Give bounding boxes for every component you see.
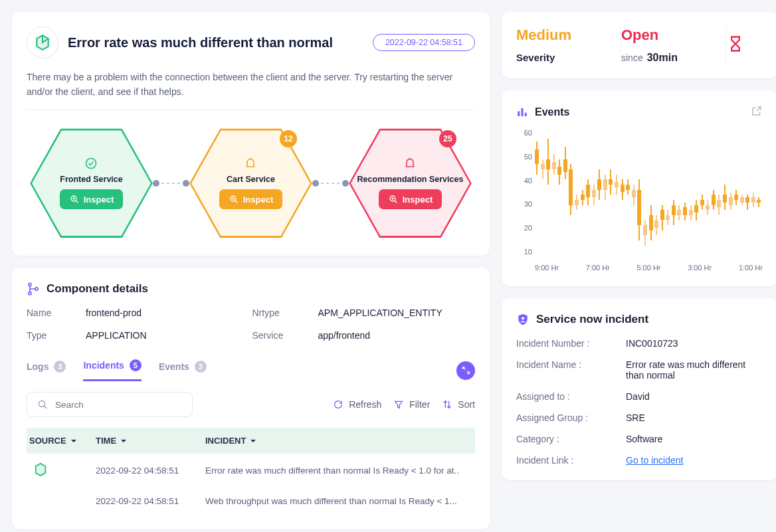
source-icon — [33, 462, 48, 477]
th-incident[interactable]: INCIDENT — [203, 436, 475, 446]
svg-rect-10 — [525, 113, 527, 116]
popout-button[interactable] — [751, 105, 763, 120]
candle — [717, 195, 721, 215]
events-chart: 605040302010 9:00 Hr7:00 Hr5:00 Hr3:00 H… — [516, 129, 763, 272]
timestamp-pill: 2022-09-22 04:58:51 — [373, 34, 475, 51]
table-row[interactable]: 2022-09-22 04:58:51 Web throughput was m… — [27, 488, 475, 515]
candle — [586, 179, 590, 205]
search-input[interactable] — [55, 400, 183, 410]
candle — [632, 185, 636, 205]
svg-point-4 — [29, 284, 31, 286]
candle — [626, 179, 630, 195]
sn-value: SRE — [626, 412, 763, 423]
sn-value: Go to incident — [626, 455, 763, 466]
label-type: Type — [27, 330, 76, 341]
candle — [751, 193, 755, 208]
candle — [552, 154, 556, 175]
app-logo-icon — [27, 27, 58, 58]
severity-value: Medium — [516, 27, 609, 44]
candle — [557, 159, 561, 185]
candle — [660, 205, 664, 230]
candle — [712, 190, 716, 211]
tab-count-badge: 3 — [195, 361, 207, 373]
caret-down-icon — [70, 438, 77, 444]
cell-time: 2022-09-22 04:58:51 — [93, 466, 203, 476]
section-title-servicenow: Service now incident — [516, 313, 763, 326]
candle — [734, 190, 738, 205]
tab-incidents[interactable]: Incidents5 — [83, 359, 141, 381]
svg-point-0 — [86, 159, 96, 169]
severity-label: Severity — [516, 52, 609, 63]
sn-label: Incident Link : — [516, 455, 626, 466]
filter-button[interactable]: Filter — [393, 399, 430, 410]
candle — [546, 139, 550, 185]
svg-rect-8 — [518, 112, 520, 117]
events-title: Events — [535, 106, 744, 118]
table-toolbar: Refresh Filter Sort — [27, 392, 475, 417]
cell-incident: Web throughput was much different than n… — [203, 496, 475, 506]
candle — [666, 210, 670, 225]
service-node: Recommendation Services Inspect 25 — [345, 125, 475, 241]
candle — [706, 200, 710, 215]
cell-incident: Error rate was much different than norma… — [203, 466, 475, 476]
y-axis: 605040302010 — [516, 129, 532, 256]
service-name: Fronted Service — [60, 175, 122, 185]
status-icon — [244, 157, 257, 170]
refresh-icon — [333, 399, 343, 410]
servicenow-card: Service now incident Incident Number :IN… — [502, 298, 776, 480]
label-nrtype: Nrtype — [252, 308, 309, 318]
inspect-button[interactable]: Inspect — [379, 189, 442, 209]
incidents-table: SOURCE TIME INCIDENT 2022-09-22 04:58:51… — [27, 428, 475, 515]
service-name: Cart Service — [227, 175, 275, 185]
incident-summary-card: Error rate was much different than norma… — [12, 12, 490, 256]
caret-down-icon — [120, 438, 127, 444]
candle — [649, 205, 653, 240]
state-value: Open — [621, 27, 714, 44]
connector — [156, 183, 186, 184]
candle — [597, 169, 601, 200]
expand-button[interactable] — [456, 361, 475, 380]
th-source[interactable]: SOURCE — [27, 436, 93, 446]
magnify-icon — [388, 194, 399, 205]
page-title: Error rate was much different than norma… — [68, 35, 363, 50]
candle — [689, 205, 693, 221]
table-row[interactable]: 2022-09-22 04:58:51 Error rate was much … — [27, 454, 475, 488]
component-details-card: Component details Name frontend-prod Nrt… — [12, 268, 490, 529]
svg-rect-9 — [522, 108, 524, 116]
status-icon — [84, 157, 98, 170]
x-axis: 9:00 Hr7:00 Hr5:00 Hr3:00 Hr1:00 Hr — [535, 264, 763, 272]
service-node: Cart Service Inspect 12 — [186, 125, 316, 241]
tab-events[interactable]: Events3 — [159, 361, 207, 381]
candle — [609, 169, 613, 195]
sn-value: Software — [626, 434, 763, 444]
tabs-row: Logs3Incidents5Events3 — [27, 359, 475, 381]
candle — [637, 179, 641, 240]
tab-logs[interactable]: Logs3 — [27, 361, 66, 381]
section-title-component: Component details — [27, 282, 475, 296]
th-time[interactable]: TIME — [93, 436, 203, 446]
sort-button[interactable]: Sort — [442, 399, 475, 410]
sn-label: Incident Name : — [516, 359, 626, 381]
refresh-button[interactable]: Refresh — [333, 399, 381, 410]
svg-point-11 — [522, 317, 524, 319]
service-name: Recommendation Services — [357, 175, 464, 185]
value-service: app/frontend — [318, 330, 476, 341]
branch-icon — [27, 282, 40, 296]
inspect-button[interactable]: Inspect — [60, 189, 124, 209]
events-card: Events 605040302010 9:00 Hr7:00 Hr5:00 H… — [502, 90, 776, 286]
candle — [575, 195, 579, 210]
sn-label: Category : — [516, 434, 626, 444]
candle — [615, 175, 619, 195]
sn-label: Assigned Group : — [516, 412, 626, 423]
sort-icon — [442, 399, 452, 410]
value-nrtype: APM_APPLICATION_ENTITY — [318, 308, 476, 318]
inspect-button[interactable]: Inspect — [219, 189, 283, 209]
label-service: Service — [252, 330, 309, 341]
candle — [672, 200, 676, 225]
value-type: APPLICATION — [86, 330, 243, 341]
divider — [27, 110, 475, 110]
search-input-wrapper[interactable] — [27, 392, 193, 417]
candle — [535, 141, 539, 175]
incident-link[interactable]: Go to incident — [626, 455, 683, 466]
svg-point-5 — [29, 292, 31, 295]
